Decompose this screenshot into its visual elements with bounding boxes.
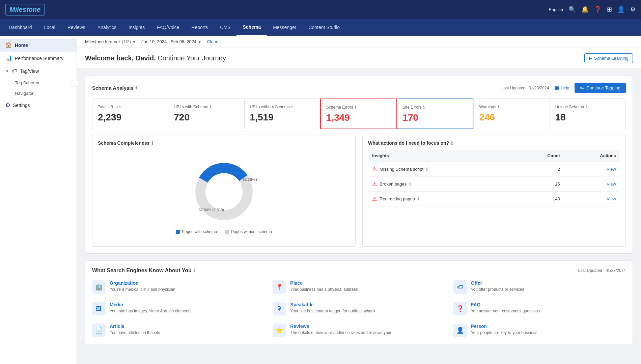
missing-schema-view[interactable]: View <box>564 162 620 177</box>
nav-local[interactable]: Local <box>38 19 61 36</box>
person-title[interactable]: Person <box>471 324 537 329</box>
place-icon: 📍 <box>273 280 286 294</box>
help-icon[interactable]: ❓ <box>594 6 602 13</box>
stat-warnings: Warnings ℹ 246 <box>473 99 549 129</box>
nav-insights[interactable]: Insights <box>122 19 151 36</box>
organization-title[interactable]: Organization <box>110 280 175 286</box>
missing-schema-info-icon[interactable]: ℹ <box>426 167 428 172</box>
faq-desc: You answer your customers' questions <box>471 309 540 313</box>
date-range-filter[interactable]: Jan 10, 2024 - Feb 08, 2024 ▼ <box>141 39 201 44</box>
nav-faq-voice[interactable]: FAQ/Voice <box>151 19 185 36</box>
article-title[interactable]: Article <box>110 324 160 329</box>
nav-content-studio[interactable]: Content Studio <box>302 19 346 36</box>
search-icon[interactable]: 🔍 <box>568 6 576 13</box>
unique-schema-label: Unique Schema ℹ <box>555 104 620 109</box>
schema-completeness-title: Schema Completeness ℹ <box>98 140 350 146</box>
grid-icon[interactable]: ⊞ <box>607 6 612 13</box>
nav-cms[interactable]: CMS <box>214 19 236 36</box>
faq-title[interactable]: FAQ <box>471 302 540 307</box>
missing-schema-label: Missing Schema script <box>380 167 423 172</box>
reviews-desc: The details of how your audience rates a… <box>290 330 391 335</box>
sidebar-item-tag-view[interactable]: ▼ 🏷 Tag/View <box>0 65 77 78</box>
search-engines-info-icon[interactable]: ℹ <box>194 268 195 273</box>
unique-schema-info-icon[interactable]: ℹ <box>585 104 587 109</box>
schema-analysis-info-icon[interactable]: ℹ <box>136 85 137 90</box>
nav-schema[interactable]: Schema <box>236 19 267 36</box>
clear-filter-button[interactable]: Clear <box>207 39 217 44</box>
place-title[interactable]: Place <box>290 280 358 286</box>
urls-without-schema-info-icon[interactable]: ℹ <box>291 104 293 109</box>
reviews-title[interactable]: Reviews <box>290 324 391 329</box>
last-updated-label: Last Updated : 01/23/2024 <box>501 86 549 90</box>
nav-messenger[interactable]: Messenger <box>267 19 302 36</box>
nav-dashboard[interactable]: Dashboard <box>3 19 38 36</box>
media-title[interactable]: Media <box>110 302 191 307</box>
video-icon: ▶ <box>589 56 592 61</box>
client-number: (1/2) <box>122 39 131 44</box>
schema-analysis-card: Schema Analysis ℹ Last Updated : 01/23/2… <box>85 76 633 254</box>
search-engines-last-updated: Last Updated : 01/23/2024 <box>578 268 626 273</box>
person-desc: Your people are key to your business <box>471 330 537 335</box>
broken-pages-info-icon[interactable]: ℹ <box>409 181 411 187</box>
redirecting-pages-label: Redirecting pages <box>380 196 415 201</box>
sidebar-item-tag-schema[interactable]: Tag Schema <box>0 78 77 88</box>
warnings-label: Warnings ℹ <box>479 104 544 109</box>
urls-without-schema-label: URLs without Schema ℹ <box>250 104 315 109</box>
site-errors-info-icon[interactable]: ℹ <box>423 105 425 110</box>
broken-pages-view[interactable]: View <box>564 177 620 192</box>
table-row: ⚠ Missing Schema script ℹ 2 View <box>368 162 620 177</box>
total-urls-info-icon[interactable]: ℹ <box>119 104 121 109</box>
insights-info-icon[interactable]: ℹ <box>451 141 453 146</box>
warnings-info-icon[interactable]: ℹ <box>498 104 499 109</box>
place-desc: Your business has a physical address <box>290 287 358 292</box>
filter-bar: Milestone Internet (1/2) ▼ Jan 10, 2024 … <box>77 36 641 48</box>
insights-question: What actions do I need to focus on? ℹ <box>368 140 620 146</box>
sidebar-item-home[interactable]: 🏠 Home <box>0 38 77 52</box>
schema-errors-info-icon[interactable]: ℹ <box>355 105 356 110</box>
sidebar-item-settings[interactable]: ⚙ Settings <box>0 99 77 112</box>
layout: ‹ 🏠 Home 📊 Performance Summary ▼ 🏷 Tag/V… <box>0 36 641 364</box>
donut-chart-container: 32.16% (720) 67.84% (1,519) Pages with s… <box>98 151 350 241</box>
redirecting-pages-view[interactable]: View <box>564 192 620 206</box>
sidebar-item-navigator[interactable]: Navigator <box>0 88 77 99</box>
reviews-icon: ⭐ <box>273 324 286 337</box>
nav-reports[interactable]: Reports <box>185 19 214 36</box>
app-logo[interactable]: Milestone <box>5 4 45 16</box>
insights-col-insights: Insights <box>368 150 516 162</box>
donut-legend: Pages with schema Pages without schema <box>176 229 272 234</box>
user-icon[interactable]: 👤 <box>617 6 625 13</box>
completeness-info-icon[interactable]: ℹ <box>151 141 153 146</box>
schema-analysis-header-right: Last Updated : 01/23/2024 🔵 Help 🏷 Conti… <box>501 83 626 93</box>
list-item: ⭐ Reviews The details of how your audien… <box>273 324 445 337</box>
client-name: Milestone Internet <box>85 39 120 44</box>
client-filter[interactable]: Milestone Internet (1/2) ▼ <box>85 39 136 44</box>
organization-icon: 🏢 <box>92 280 106 294</box>
redirecting-pages-count: 143 <box>516 192 564 206</box>
sidebar-item-tag-schema-label: Tag Schema <box>15 80 39 85</box>
schema-learning-button[interactable]: ▶ Schema Learning <box>584 53 633 63</box>
settings-icon[interactable]: ⚙ <box>630 6 636 13</box>
offer-icon: 🏷 <box>453 280 467 294</box>
sidebar-item-performance-label: Performance Summary <box>15 56 63 61</box>
donut-chart: 32.16% (720) 67.84% (1,519) <box>190 158 258 225</box>
missing-schema-error-icon: ⚠ <box>372 166 377 172</box>
bell-icon[interactable]: 🔔 <box>581 6 589 13</box>
language-selector[interactable]: English <box>549 7 563 12</box>
offer-desc: You offer products or services <box>471 287 524 292</box>
speakable-title[interactable]: Speakable <box>290 302 375 307</box>
legend-without-schema-label: Pages without schema <box>231 229 272 234</box>
offer-title[interactable]: Offer <box>471 280 524 286</box>
nav-reviews[interactable]: Reviews <box>61 19 91 36</box>
sidebar-collapse-button[interactable]: ‹ <box>72 80 79 87</box>
schema-completeness-section: Schema Completeness ℹ 32.16% (720) <box>92 135 356 247</box>
insights-table-header: Insights Count Actions <box>368 150 620 162</box>
redirecting-pages-info-icon[interactable]: ℹ <box>418 196 419 201</box>
table-row: ⚠ Broken pages ℹ 25 View <box>368 177 620 192</box>
continue-tagging-button[interactable]: 🏷 Continue Tagging <box>575 83 626 93</box>
nav-analytics[interactable]: Analytics <box>91 19 122 36</box>
sidebar-item-performance-summary[interactable]: 📊 Performance Summary <box>0 52 77 65</box>
speakable-desc: Your site has content tagged for audio p… <box>290 309 375 313</box>
help-link[interactable]: 🔵 Help <box>554 86 569 90</box>
redirecting-pages-error-icon: ⚠ <box>372 196 377 202</box>
urls-with-schema-info-icon[interactable]: ℹ <box>210 104 211 109</box>
